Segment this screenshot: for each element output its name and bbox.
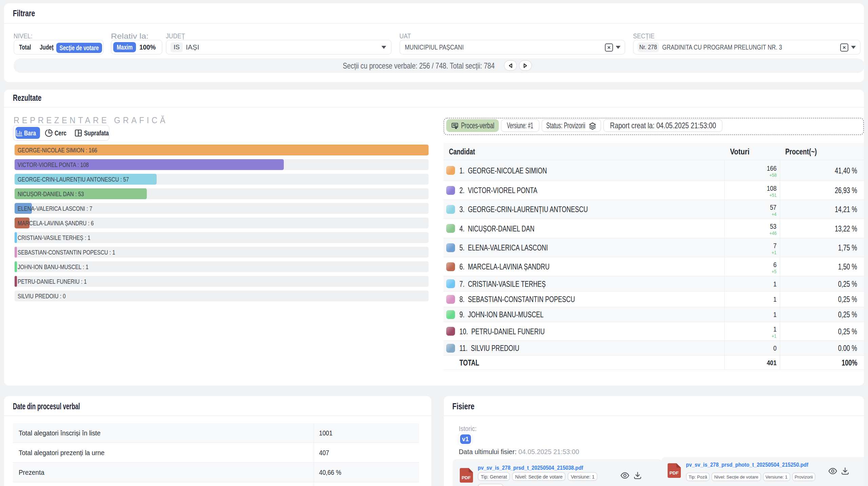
- svg-text:PDF: PDF: [670, 470, 679, 475]
- svg-text:PDF: PDF: [462, 475, 471, 480]
